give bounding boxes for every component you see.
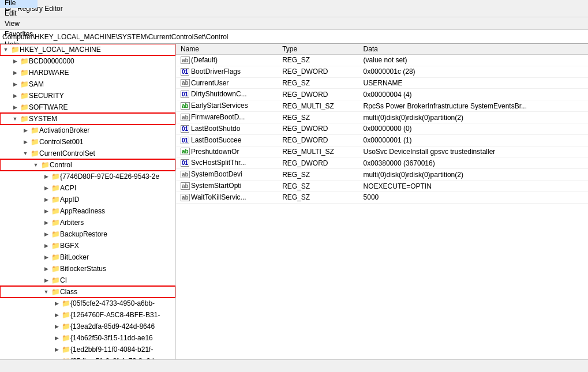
- tree-expander-class1[interactable]: ▶: [52, 300, 61, 306]
- tree-expander-backuprestore[interactable]: ▶: [42, 231, 51, 237]
- tree-node-currentcontrolset[interactable]: ▼📁CurrentControlSet: [0, 148, 175, 159]
- reg-type-icon-6: 01: [181, 125, 189, 133]
- table-row[interactable]: 01LastBootShutdoREG_DWORD0x00000000 (0): [176, 123, 588, 134]
- tree-node-activationbroker[interactable]: ▶📁ActivationBroker: [0, 125, 175, 136]
- tree-container[interactable]: ▼📁HKEY_LOCAL_MACHINE▶📁BCD00000000▶📁HARDW…: [0, 44, 175, 359]
- tree-label-bitlocker: BitLocker: [60, 253, 89, 261]
- tree-node-class4[interactable]: ▶📁{14b62f50-3f15-11dd-ae16: [0, 332, 175, 344]
- tree-expander-appid[interactable]: ▶: [42, 197, 51, 202]
- dw-icon: 01: [181, 125, 189, 133]
- table-row[interactable]: abFirmwareBootD...REG_SZmulti(0)disk(0)r…: [176, 112, 588, 123]
- tree-node-bcd[interactable]: ▶📁BCD00000000: [0, 55, 175, 67]
- tree-node-class1[interactable]: ▶📁{05f5cfe2-4733-4950-a6bb-: [0, 298, 175, 309]
- tree-expander-class2[interactable]: ▶: [52, 312, 61, 318]
- tree-node-system[interactable]: ▼📁SYSTEM: [0, 113, 175, 125]
- tree-expander-class3[interactable]: ▶: [52, 324, 61, 329]
- tree-expander-appreadiness[interactable]: ▶: [42, 208, 51, 214]
- tree-node-class[interactable]: ▼📁Class: [0, 286, 175, 298]
- tree-node-software[interactable]: ▶📁SOFTWARE: [0, 102, 175, 113]
- tree-node-hardware[interactable]: ▶📁HARDWARE: [0, 67, 175, 78]
- tree-expander-system[interactable]: ▼: [10, 116, 20, 122]
- tree-node-sam[interactable]: ▶📁SAM: [0, 78, 175, 90]
- table-row[interactable]: 01DirtyShutdownC...REG_DWORD0x00000004 (…: [176, 89, 588, 100]
- tree-node-bitlockerstatus[interactable]: ▶📁BitlockerStatus: [0, 263, 175, 275]
- table-row[interactable]: abSystemStartOptiREG_SZ NOEXECUTE=OPTIN: [176, 181, 588, 192]
- tree-expander-security[interactable]: ▶: [10, 93, 20, 99]
- tree-label-software: SOFTWARE: [29, 103, 68, 111]
- tree-node-ci[interactable]: ▶📁CI: [0, 275, 175, 286]
- tree-expander-control[interactable]: ▼: [31, 162, 40, 168]
- table-row[interactable]: 01SvcHostSplitThr...REG_DWORD0x00380000 …: [176, 157, 588, 169]
- tree-expander-class4[interactable]: ▶: [52, 335, 61, 341]
- menu-item-view[interactable]: View: [0, 18, 38, 29]
- table-row[interactable]: abSystemBootDeviREG_SZmulti(0)disk(0)rdi…: [176, 169, 588, 181]
- table-row[interactable]: ab(Default)REG_SZ(value not set): [176, 55, 588, 66]
- folder-icon-acpi: 📁: [51, 184, 60, 192]
- tree-node-backuprestore[interactable]: ▶📁BackupRestore: [0, 228, 175, 240]
- tree-expander-acpi[interactable]: ▶: [42, 185, 51, 191]
- menubar: FileEditViewFavoritesHelp: [0, 17, 588, 30]
- cell-type-8: REG_MULTI_SZ: [278, 146, 358, 157]
- menu-item-file[interactable]: File: [0, 0, 38, 8]
- tree-expander-bitlocker[interactable]: ▶: [42, 254, 51, 260]
- tree-node-acpi[interactable]: ▶📁ACPI: [0, 182, 175, 194]
- restore-button[interactable]: [530, 0, 557, 17]
- tree-expander-guid1[interactable]: ▶: [42, 174, 51, 179]
- tree-expander-sam[interactable]: ▶: [10, 81, 20, 87]
- cell-name-4: abEarlyStartServices: [176, 100, 278, 112]
- cell-name-6: 01LastBootShutdo: [176, 123, 278, 134]
- tree-node-controlset001[interactable]: ▶📁ControlSet001: [0, 136, 175, 148]
- cell-type-9: REG_DWORD: [278, 157, 358, 169]
- tree-node-security[interactable]: ▶📁SECURITY: [0, 90, 175, 102]
- cell-data-1: 0x0000001c (28): [359, 66, 588, 77]
- tree-node-class2[interactable]: ▶📁{1264760F-A5C8-4BFE-B31-: [0, 309, 175, 321]
- registry-values-pane: NameTypeData ab(Default)REG_SZ(value not…: [176, 44, 588, 359]
- tree-node-class6[interactable]: ▶📁{25dbce51-6c8f-4a72-8a6d: [0, 355, 175, 359]
- tree-node-arbiters[interactable]: ▶📁Arbiters: [0, 217, 175, 228]
- tree-node-appid[interactable]: ▶📁AppID: [0, 194, 175, 205]
- tree-node-guid1[interactable]: ▶📁{7746D80F-97E0-4E26-9543-2e: [0, 171, 175, 182]
- tree-node-class5[interactable]: ▶📁{1ed2bbf9-11f0-4084-b21f-: [0, 344, 175, 355]
- tree-label-bitlockerstatus: BitlockerStatus: [60, 265, 106, 273]
- folder-icon-controlset001: 📁: [30, 138, 39, 146]
- tree-expander-class5[interactable]: ▶: [52, 347, 61, 352]
- cell-name-5: abFirmwareBootD...: [176, 112, 278, 123]
- table-row[interactable]: abEarlyStartServicesREG_MULTI_SZRpcSs Po…: [176, 100, 588, 112]
- table-row[interactable]: abCurrentUserREG_SZUSERNAME: [176, 77, 588, 89]
- tree-expander-arbiters[interactable]: ▶: [42, 220, 51, 226]
- tree-label-bcd: BCD00000000: [29, 57, 74, 65]
- tree-expander-bcd[interactable]: ▶: [10, 58, 20, 64]
- ms-icon: ab: [181, 148, 190, 155]
- close-button[interactable]: [557, 0, 583, 17]
- tree-expander-ci[interactable]: ▶: [42, 277, 51, 283]
- tree-expander-class[interactable]: ▼: [42, 289, 51, 295]
- table-row[interactable]: abWaitToKillServic...REG_SZ5000: [176, 191, 588, 203]
- tree-node-control[interactable]: ▼📁Control: [0, 159, 175, 171]
- tree-expander-activationbroker[interactable]: ▶: [21, 127, 30, 133]
- table-row[interactable]: 01LastBootSucceeREG_DWORD0x00000001 (1): [176, 134, 588, 146]
- tree-expander-controlset001[interactable]: ▶: [21, 139, 30, 145]
- tree-pane[interactable]: ▼📁HKEY_LOCAL_MACHINE▶📁BCD00000000▶📁HARDW…: [0, 44, 176, 359]
- minimize-button[interactable]: [504, 0, 530, 17]
- tree-expander-software[interactable]: ▶: [10, 104, 20, 110]
- tree-node-hklm[interactable]: ▼📁HKEY_LOCAL_MACHINE: [0, 44, 175, 55]
- tree-node-bitlocker[interactable]: ▶📁BitLocker: [0, 251, 175, 263]
- menu-item-edit[interactable]: Edit: [0, 8, 38, 18]
- tree-expander-hardware[interactable]: ▶: [10, 70, 20, 76]
- reg-type-icon-2: ab: [181, 79, 189, 87]
- tree-label-system: SYSTEM: [29, 115, 57, 123]
- tree-expander-bitlockerstatus[interactable]: ▶: [42, 266, 51, 272]
- tree-node-appreadiness[interactable]: ▶📁AppReadiness: [0, 205, 175, 217]
- tree-node-bgfx[interactable]: ▶📁BGFX: [0, 240, 175, 251]
- folder-icon-backuprestore: 📁: [51, 230, 60, 238]
- ab-icon: ab: [181, 114, 190, 121]
- tree-node-class3[interactable]: ▶📁{13ea2dfa-85d9-424d-8646: [0, 321, 175, 332]
- tree-expander-currentcontrolset[interactable]: ▼: [21, 151, 30, 156]
- tree-expander-bgfx[interactable]: ▶: [42, 243, 51, 249]
- tree-label-class: Class: [60, 288, 77, 296]
- table-row[interactable]: 01BootDriverFlagsREG_DWORD0x0000001c (28…: [176, 66, 588, 77]
- table-row[interactable]: abPreshutdownOrREG_MULTI_SZUsoSvc Device…: [176, 146, 588, 157]
- folder-icon-bcd: 📁: [20, 57, 29, 65]
- folder-icon-appreadiness: 📁: [51, 207, 60, 215]
- tree-expander-hklm[interactable]: ▼: [1, 47, 10, 52]
